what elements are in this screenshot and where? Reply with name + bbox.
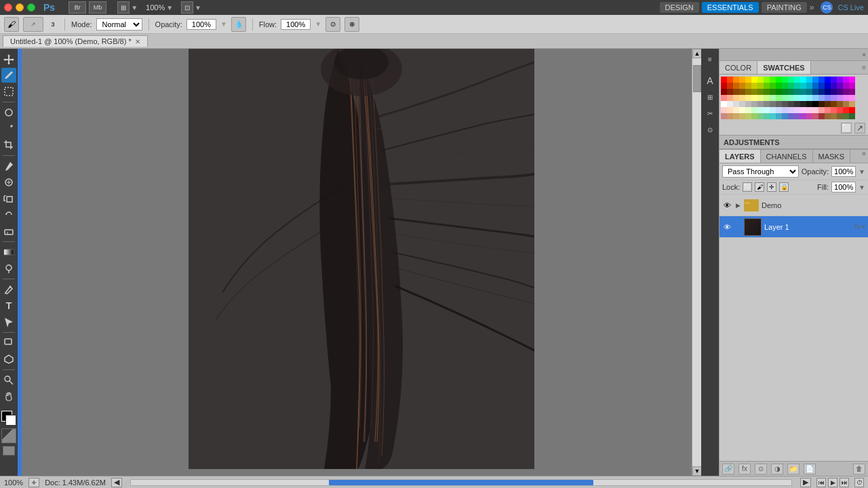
- swatch[interactable]: [770, 107, 776, 113]
- swatch[interactable]: [733, 95, 739, 101]
- blend-mode-select[interactable]: Pass Through Normal Multiply Screen Over…: [722, 165, 799, 178]
- swatch[interactable]: [806, 89, 812, 95]
- swatch[interactable]: [818, 77, 825, 83]
- swatch[interactable]: [751, 89, 757, 95]
- layers-panel-menu-icon[interactable]: ≡: [862, 150, 866, 163]
- swatch[interactable]: [788, 83, 794, 89]
- swatch[interactable]: [806, 101, 812, 107]
- opacity-input[interactable]: [831, 166, 856, 177]
- brush-tool-icon[interactable]: 🖌: [4, 17, 19, 32]
- swatch[interactable]: [727, 83, 733, 89]
- swatches-tab[interactable]: SWATCHES: [757, 61, 811, 74]
- swatch[interactable]: [776, 107, 782, 113]
- layer1-row[interactable]: 👁 Layer 1 fx ▾: [719, 216, 868, 238]
- opacity-input[interactable]: [186, 19, 216, 30]
- layer-expand-icon[interactable]: ▶: [734, 202, 741, 209]
- swatch[interactable]: [733, 89, 739, 95]
- channels-tab[interactable]: CHANNELS: [761, 150, 813, 163]
- lock-pixels-icon[interactable]: 🖌: [755, 182, 764, 192]
- layer-link-icon[interactable]: 🔗: [722, 464, 734, 474]
- swatch[interactable]: [721, 95, 727, 101]
- swatch[interactable]: [739, 83, 745, 89]
- swatch[interactable]: [751, 113, 757, 119]
- swatch[interactable]: [812, 107, 818, 113]
- swatch[interactable]: [837, 77, 843, 83]
- swatch[interactable]: [745, 107, 751, 113]
- panel-icon-1[interactable]: A: [703, 73, 717, 88]
- masks-tab[interactable]: MASKS: [813, 150, 851, 163]
- swatch[interactable]: [776, 113, 782, 119]
- swatch[interactable]: [764, 107, 770, 113]
- background-color[interactable]: [5, 415, 16, 426]
- swatch[interactable]: [831, 95, 837, 101]
- swatch[interactable]: [831, 83, 837, 89]
- add-layer-style-icon[interactable]: fx: [738, 464, 751, 474]
- swatch[interactable]: [812, 77, 818, 83]
- swatch[interactable]: [782, 89, 788, 95]
- tablet-pressure-opacity-toggle[interactable]: ⊕: [344, 17, 359, 32]
- swatch[interactable]: [849, 95, 855, 101]
- swatch[interactable]: [800, 95, 806, 101]
- zoom-tool[interactable]: [1, 373, 16, 388]
- swatch[interactable]: [812, 83, 818, 89]
- close-button[interactable]: [4, 3, 12, 12]
- swatch[interactable]: [818, 89, 825, 95]
- swatch[interactable]: [843, 83, 849, 89]
- minimize-button[interactable]: [16, 3, 24, 12]
- swatch[interactable]: [818, 113, 825, 119]
- swatch[interactable]: [757, 89, 764, 95]
- swatch[interactable]: [800, 101, 806, 107]
- painting-workspace-button[interactable]: PAINTING: [762, 2, 807, 13]
- swatch[interactable]: [825, 107, 831, 113]
- swatch[interactable]: [727, 95, 733, 101]
- swatch[interactable]: [770, 95, 776, 101]
- swatch[interactable]: [727, 113, 733, 119]
- swatch[interactable]: [794, 83, 800, 89]
- swatch[interactable]: [806, 95, 812, 101]
- lock-position-icon[interactable]: ✛: [767, 182, 776, 192]
- swatch[interactable]: [849, 107, 855, 113]
- panel-icon-2[interactable]: ⊞: [703, 89, 717, 104]
- swatch[interactable]: [739, 95, 745, 101]
- demo-layer-group-row[interactable]: 👁 ▶ Demo: [719, 195, 868, 216]
- type-tool[interactable]: T: [1, 298, 16, 313]
- path-selection-tool[interactable]: [1, 314, 16, 329]
- brush-preset-picker[interactable]: ↗: [23, 17, 43, 32]
- maximize-button[interactable]: [27, 3, 35, 12]
- brush-tool-active[interactable]: [1, 68, 16, 83]
- canvas-image[interactable]: [189, 49, 534, 469]
- swatch[interactable]: [770, 113, 776, 119]
- airbrush-toggle[interactable]: 💧: [231, 17, 246, 32]
- swatch[interactable]: [788, 77, 794, 83]
- swatch[interactable]: [794, 107, 800, 113]
- next-frame-button[interactable]: ▶: [800, 478, 811, 487]
- swatch[interactable]: [733, 77, 739, 83]
- swatch[interactable]: [745, 95, 751, 101]
- fill-input[interactable]: [831, 182, 856, 192]
- swatch[interactable]: [727, 89, 733, 95]
- swatch[interactable]: [812, 113, 818, 119]
- hand-tool[interactable]: [1, 389, 16, 404]
- swatch[interactable]: [794, 77, 800, 83]
- swatch[interactable]: [788, 107, 794, 113]
- vertical-scrollbar[interactable]: ▲ ▼: [692, 49, 701, 476]
- swatch[interactable]: [757, 77, 764, 83]
- swatch[interactable]: [800, 113, 806, 119]
- swatch[interactable]: [782, 101, 788, 107]
- zoom-level-display[interactable]: 100%: [146, 3, 165, 12]
- crop-tool[interactable]: [1, 138, 16, 152]
- swatch[interactable]: [806, 107, 812, 113]
- swatch[interactable]: [825, 101, 831, 107]
- swatch[interactable]: [727, 101, 733, 107]
- cs-live-button[interactable]: CS Live: [837, 3, 864, 12]
- swatch[interactable]: [757, 101, 764, 107]
- swatch[interactable]: [788, 101, 794, 107]
- swatch[interactable]: [843, 95, 849, 101]
- swatch[interactable]: [831, 107, 837, 113]
- swatch[interactable]: [806, 83, 812, 89]
- swatch[interactable]: [843, 89, 849, 95]
- screen-mode-icon[interactable]: ⊞: [117, 1, 130, 14]
- pen-tool[interactable]: [1, 282, 16, 297]
- healing-brush-tool[interactable]: [1, 175, 16, 190]
- swatch[interactable]: [721, 89, 727, 95]
